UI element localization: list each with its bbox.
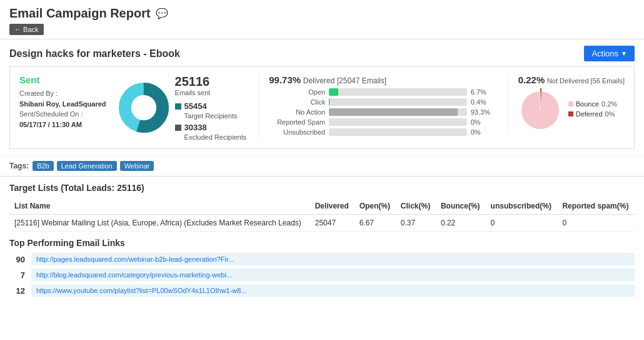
table-row: [25116] Webinar Mailing List (Asia, Euro… bbox=[9, 215, 635, 232]
target-dot bbox=[175, 103, 181, 110]
table-cell: 25047 bbox=[310, 215, 355, 232]
deferred-label: Deferred bbox=[576, 110, 603, 118]
emails-sent-section: 25116 Emails sent 55454 Target Recipient… bbox=[119, 75, 247, 141]
bar-pct: 0.4% bbox=[471, 98, 496, 106]
link-url[interactable]: http://pages.leadsquared.com/webinar-b2b… bbox=[31, 253, 635, 265]
bar-row: Click 0.4% bbox=[269, 98, 496, 106]
excluded-label: Excluded Recipients bbox=[184, 133, 247, 141]
not-delivered-section: 0.22% Not Delivered [56 Emails] Bounce 0… bbox=[508, 75, 625, 132]
table-column-header: unsubscribed(%) bbox=[486, 198, 558, 215]
table-cell: 0.22 bbox=[436, 215, 486, 232]
table-cell: 0.37 bbox=[396, 215, 436, 232]
link-url[interactable]: http://blog.leadsquared.com/category/pre… bbox=[31, 269, 635, 281]
table-column-header: List Name bbox=[9, 198, 310, 215]
delivered-header: 99.73% Delivered [25047 Emails] bbox=[269, 75, 496, 85]
emails-sent-count: 25116 bbox=[175, 75, 247, 89]
bar-pct: 6.7% bbox=[471, 88, 496, 96]
target-count: 55454 bbox=[184, 101, 207, 111]
bar-track bbox=[329, 128, 467, 136]
table-header-row: List NameDeliveredOpen(%)Click(%)Bounce(… bbox=[9, 198, 635, 215]
sent-status: Sent bbox=[19, 75, 106, 85]
bar-row: No Action 93.3% bbox=[269, 108, 496, 116]
created-by-label: Created By : bbox=[19, 90, 58, 97]
target-label: Target Recipients bbox=[184, 112, 247, 120]
chat-icon: 💬 bbox=[156, 8, 168, 19]
bar-fill bbox=[329, 88, 338, 96]
stats-card: Sent Created By : Shibani Roy, LeadSquar… bbox=[9, 66, 635, 149]
link-row: 12 https://www.youtube.com/playlist?list… bbox=[9, 284, 635, 297]
top-links-section: Top Performing Email Links 90 http://pag… bbox=[9, 238, 635, 297]
bar-track bbox=[329, 108, 467, 116]
tag: B2b bbox=[33, 161, 54, 171]
table-column-header: Delivered bbox=[310, 198, 355, 215]
bar-label: Unsubscribed bbox=[269, 128, 325, 136]
bar-pct: 0% bbox=[471, 118, 496, 126]
bar-fill bbox=[329, 98, 330, 106]
sent-section: Sent Created By : Shibani Roy, LeadSquar… bbox=[19, 75, 106, 130]
excluded-legend: 30338 bbox=[175, 123, 247, 132]
target-lists-table: List NameDeliveredOpen(%)Click(%)Bounce(… bbox=[9, 198, 635, 232]
scheduled-value: 05/17/17 / 11:30 AM bbox=[19, 121, 82, 128]
delivered-section: 99.73% Delivered [25047 Emails] Open 6.7… bbox=[259, 75, 496, 138]
bar-label: Reported Spam bbox=[269, 118, 325, 126]
table-column-header: Bounce(%) bbox=[436, 198, 486, 215]
bar-fill bbox=[329, 108, 458, 116]
bounce-legend: Bounce 0.2% bbox=[568, 100, 617, 108]
top-links-title: Top Performing Email Links bbox=[9, 238, 635, 248]
table-cell: 0 bbox=[486, 215, 558, 232]
bounce-label: Bounce bbox=[576, 100, 599, 108]
table-column-header: Reported spam(%) bbox=[557, 198, 635, 215]
bar-label: No Action bbox=[269, 108, 325, 116]
bounce-pct: 0.2% bbox=[601, 100, 617, 108]
link-count: 12 bbox=[9, 286, 25, 296]
bar-row: Open 6.7% bbox=[269, 88, 496, 96]
actions-button[interactable]: Actions ▼ bbox=[584, 46, 635, 61]
delivered-pct: 99.73% bbox=[269, 75, 301, 85]
created-by-value: Shibani Roy, LeadSquared bbox=[19, 100, 106, 108]
target-lists-title: Target Lists (Total Leads: 25116) bbox=[9, 183, 635, 193]
bar-pct: 93.3% bbox=[471, 108, 496, 116]
delivered-label: Delivered [25047 Emails] bbox=[303, 76, 386, 85]
table-cell: 0 bbox=[557, 215, 635, 232]
page-title-text: Email Campaign Report bbox=[9, 6, 151, 21]
campaign-title-row: Design hacks for marketers - Ebook Actio… bbox=[0, 39, 644, 66]
emails-sent-info: 25116 Emails sent 55454 Target Recipient… bbox=[175, 75, 247, 141]
bar-track bbox=[329, 118, 467, 126]
bar-pct: 0% bbox=[471, 128, 496, 136]
bounce-dot bbox=[568, 101, 573, 106]
nd-chart-area: Bounce 0.2% Deferred 0% bbox=[518, 88, 625, 132]
target-lists-section: Target Lists (Total Leads: 25116) List N… bbox=[9, 183, 635, 232]
header: Email Campaign Report 💬 ← Back bbox=[0, 0, 644, 39]
tag: Lead Generation bbox=[57, 161, 117, 171]
bar-label: Open bbox=[269, 88, 325, 96]
table-column-header: Click(%) bbox=[396, 198, 436, 215]
emails-sent-label: Emails sent bbox=[175, 89, 247, 96]
tags-label: Tags: bbox=[9, 162, 29, 170]
not-delivered-pct: 0.22% bbox=[518, 75, 545, 85]
tags-container: B2bLead GenerationWebinar bbox=[33, 161, 154, 171]
link-url[interactable]: https://www.youtube.com/playlist?list=PL… bbox=[31, 284, 635, 297]
not-delivered-label: Not Delivered [56 Emails] bbox=[547, 77, 625, 85]
table-cell: 6.67 bbox=[355, 215, 396, 232]
links-container: 90 http://pages.leadsquared.com/webinar-… bbox=[9, 253, 635, 297]
deferred-legend: Deferred 0% bbox=[568, 110, 617, 118]
table-cell: [25116] Webinar Mailing List (Asia, Euro… bbox=[9, 215, 310, 232]
back-button[interactable]: ← Back bbox=[9, 24, 44, 35]
table-column-header: Open(%) bbox=[355, 198, 396, 215]
donut-chart bbox=[119, 83, 169, 133]
tag: Webinar bbox=[120, 161, 154, 171]
link-count: 7 bbox=[9, 270, 25, 280]
bar-label: Click bbox=[269, 98, 325, 106]
bar-row: Unsubscribed 0% bbox=[269, 128, 496, 136]
link-count: 90 bbox=[9, 255, 25, 264]
scheduled-label: Sent/Scheduled On : bbox=[19, 110, 83, 118]
tags-row: Tags: B2bLead GenerationWebinar bbox=[0, 155, 644, 177]
excluded-dot bbox=[175, 125, 181, 131]
campaign-title: Design hacks for marketers - Ebook bbox=[9, 48, 180, 59]
not-delivered-header: 0.22% Not Delivered [56 Emails] bbox=[518, 75, 625, 85]
bar-row: Reported Spam 0% bbox=[269, 118, 496, 126]
deferred-pct: 0% bbox=[605, 110, 615, 118]
link-row: 90 http://pages.leadsquared.com/webinar-… bbox=[9, 253, 635, 265]
bar-track bbox=[329, 88, 467, 96]
caret-icon: ▼ bbox=[621, 50, 627, 57]
